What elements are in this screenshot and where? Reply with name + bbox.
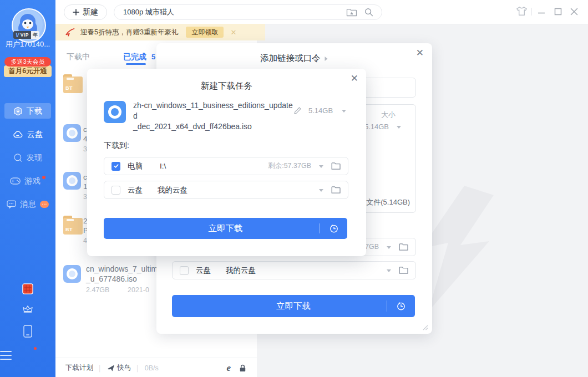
bt-folder-icon: BT [63, 216, 83, 235]
red-packet-grid-icon[interactable] [0, 283, 55, 294]
cloud-checkbox[interactable] [180, 266, 189, 275]
mobile-phone-icon[interactable] [0, 325, 55, 338]
list-item[interactable] [63, 172, 81, 190]
iso-disc-icon [63, 265, 81, 283]
file-name-line1: cn_windows_7_ultim [86, 264, 158, 274]
search-input[interactable]: 1080p 城市猎人 [123, 7, 346, 17]
browse-folder-icon[interactable] [331, 162, 341, 170]
gamepad-icon [10, 177, 21, 185]
chevron-down-icon[interactable] [319, 189, 323, 192]
cloud-label: 云盘 [196, 266, 211, 276]
cloud-destination-row: 云盘 我的云盘 [172, 261, 416, 279]
tab-active-underline [126, 63, 146, 65]
chevron-down-icon[interactable] [397, 126, 401, 129]
search-icon[interactable] [364, 7, 374, 17]
speedup-button[interactable]: 快鸟 [117, 363, 131, 373]
tab-completed[interactable]: 已完成 5 [123, 52, 155, 62]
folder-star-icon[interactable] [346, 8, 357, 17]
expand-caret-icon[interactable] [324, 56, 328, 62]
tab-downloading[interactable]: 下载中 [67, 52, 90, 62]
sidebar-item-discover[interactable]: 发现 [4, 150, 51, 165]
download-plan-button[interactable]: 下载计划 [65, 363, 93, 373]
cloud-path: 我的云盘 [158, 185, 187, 195]
dialog-title: 新建下载任务 [87, 80, 366, 92]
download-icon [13, 106, 23, 116]
chevron-down-icon[interactable] [319, 165, 323, 168]
filesize-fragment: 3 [83, 193, 87, 201]
selected-files-summary: 个文件(5.14GB) [359, 197, 410, 207]
promo-banner: 迎春5折特惠，再赠3重新年豪礼 立即领取 ✕ [55, 24, 265, 40]
download-now-button[interactable]: 立即下载 [172, 295, 415, 317]
browse-folder-icon[interactable] [331, 186, 341, 194]
promo-claim-button[interactable]: 立即领取 [186, 27, 224, 38]
notification-dot [42, 176, 45, 179]
vip-crown-icon[interactable] [0, 304, 55, 314]
promo-text: 迎春5折特惠，再赠3重新年豪礼 [80, 28, 178, 37]
schedule-clock-icon[interactable] [396, 301, 406, 311]
message-icon [7, 200, 16, 208]
vip-subscribe-button[interactable]: 首月6元开通 [4, 65, 52, 77]
vip-badge[interactable]: V VIP 年 [13, 31, 39, 39]
promo-close-icon[interactable]: ✕ [230, 28, 236, 37]
pc-destination-row: 电脑 I:\ 剩余:57.37GB [104, 157, 348, 175]
download-now-button[interactable]: 立即下载 [104, 218, 347, 239]
pc-path: I:\ [160, 162, 166, 170]
list-item[interactable] [63, 265, 81, 283]
cloud-checkbox[interactable] [111, 186, 120, 195]
new-task-button[interactable]: 新建 [64, 4, 107, 20]
messages-badge: ⋯ [40, 201, 49, 208]
pc-label: 电脑 [128, 161, 143, 171]
speedup-bird-icon [107, 364, 115, 371]
download-speed: 0B/s [145, 364, 159, 372]
sidebar-item-messages[interactable]: 消息 ⋯ [4, 196, 51, 212]
cloud-label: 云盘 [128, 185, 143, 195]
task-file-size: 5.14GB [308, 106, 333, 115]
vip-bonus-tag: 多送3天会员 [4, 57, 51, 67]
sidebar-item-cloud-drive[interactable]: 云盘 [4, 126, 51, 142]
file-size-value: 5.14GB [364, 123, 389, 131]
filename-fragment: c [83, 173, 87, 181]
file-name-line2: _u_677486.iso [86, 274, 137, 284]
ie-browser-icon[interactable]: e [226, 363, 231, 374]
dialog-title: 添加链接或口令 [156, 53, 432, 64]
schedule-clock-icon[interactable] [329, 223, 339, 233]
search-box[interactable]: 1080p 城市猎人 [114, 4, 382, 20]
filename-fragment: c [83, 125, 87, 134]
list-item[interactable]: BT [63, 74, 83, 93]
task-filename: zh-cn_windows_11_business_editions_updat… [133, 100, 293, 132]
sidebar: V VIP 年 用户170140... 多送3天会员 首月6元开通 下载 云盘 … [0, 0, 55, 377]
pc-checkbox[interactable] [111, 162, 120, 171]
more-menu-icon[interactable] [0, 349, 55, 361]
discover-icon [13, 153, 23, 162]
sidebar-item-games[interactable]: 游戏 [4, 173, 51, 188]
new-task-dialog: ✕ 新建下载任务 zh-cn_windows_11_business_editi… [87, 69, 366, 256]
browse-folder-icon[interactable] [399, 243, 408, 251]
resize-handle[interactable] [423, 325, 428, 330]
chevron-down-icon[interactable] [387, 269, 391, 272]
minimize-button[interactable] [537, 7, 546, 16]
top-bar: 新建 1080p 城市猎人 [55, 0, 588, 24]
list-item[interactable]: BT [63, 216, 83, 235]
chevron-down-icon[interactable] [342, 110, 346, 113]
chevron-down-icon[interactable] [387, 246, 391, 249]
plus-icon [73, 9, 79, 16]
username[interactable]: 用户170140... [0, 39, 55, 49]
cloud-path: 我的云盘 [226, 266, 256, 276]
pc-free-space: 剩余:57.37GB [268, 161, 311, 171]
browse-folder-icon[interactable] [399, 266, 408, 274]
new-task-label: 新建 [83, 7, 98, 17]
list-item[interactable] [63, 124, 81, 142]
skin-theme-icon[interactable] [516, 6, 528, 17]
rename-pencil-icon[interactable] [293, 106, 302, 115]
filesize-fragment: 4 [83, 237, 87, 244]
bt-folder-icon: BT [63, 74, 83, 93]
divider [531, 8, 532, 16]
close-window-button[interactable] [570, 7, 579, 16]
destination-label: 下载到: [104, 141, 129, 151]
maximize-button[interactable] [554, 7, 562, 16]
lock-icon[interactable] [239, 364, 247, 373]
sidebar-item-download[interactable]: 下载 [4, 103, 51, 119]
size-column-header: 大小 [381, 110, 396, 120]
filesize-fragment: 3 [83, 145, 87, 153]
iso-disc-icon [63, 124, 81, 142]
